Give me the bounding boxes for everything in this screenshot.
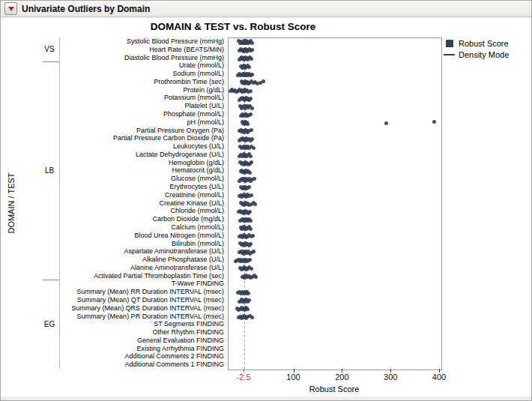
y-axis-row-label[interactable]: Activated Partial Thromboplastin Time (s…	[67, 272, 224, 280]
legend-item[interactable]: Density Mode	[444, 50, 509, 59]
data-point[interactable]	[250, 106, 254, 110]
y-axis-row-label[interactable]: Hematocrit (g/dL)	[67, 166, 224, 175]
y-axis-row-label[interactable]: General Evaluation FINDING	[67, 337, 224, 345]
y-axis-row-label[interactable]: Creatinine (mmol/L)	[67, 191, 224, 199]
y-axis-row-label[interactable]: Additional Comments 1 FINDING	[67, 361, 224, 369]
data-point[interactable]	[384, 121, 388, 125]
legend-label: Density Mode	[459, 50, 509, 59]
y-axis-row-label[interactable]: Prothrombin Time (sec)	[67, 78, 224, 86]
legend: Robust ScoreDensity Mode	[444, 39, 509, 59]
x-axis-tick-label[interactable]: -2.5	[229, 373, 259, 382]
plot-region: DOMAIN & TEST vs. Robust Score DOMAIN / …	[1, 18, 531, 397]
data-point[interactable]	[253, 202, 257, 206]
y-axis-row-label[interactable]: Additional Comments 2 FINDING	[67, 352, 224, 361]
y-axis-row-label[interactable]: Protein (g/dL)	[67, 86, 224, 94]
data-point[interactable]	[247, 298, 251, 302]
data-point[interactable]	[249, 242, 253, 246]
data-point[interactable]	[249, 227, 253, 231]
plot-frame[interactable]	[228, 37, 442, 370]
data-point[interactable]	[250, 41, 254, 45]
jmp-report-window: Univariate Outliers by Domain DOMAIN & T…	[0, 0, 532, 401]
y-axis-row-label[interactable]: pH (mmol/L)	[67, 118, 224, 127]
y-axis-row-label[interactable]: Alkaline Phosphatase (U/L)	[67, 256, 224, 264]
data-point[interactable]	[248, 258, 252, 262]
y-axis-row-label[interactable]: Bilirubin (mmol/L)	[67, 240, 224, 248]
data-point[interactable]	[252, 250, 256, 253]
x-axis-tick-label[interactable]: 300	[375, 373, 405, 382]
domain-divider-tick	[43, 280, 59, 280]
data-point[interactable]	[250, 267, 253, 271]
y-axis-row-label[interactable]: Calcium (mmol/L)	[67, 223, 224, 232]
y-axis-row-label[interactable]: Summary (Mean) RR Duration INTERVAL (mse…	[67, 288, 224, 296]
y-axis-row-label[interactable]: Platelet (U/L)	[67, 102, 224, 110]
data-point[interactable]	[247, 185, 251, 189]
robust-score-marker-icon	[444, 40, 455, 48]
data-point[interactable]	[246, 307, 250, 311]
data-point[interactable]	[252, 146, 256, 150]
y-axis-row-label[interactable]: Summary (Mean) QRS Duration INTERVAL (ms…	[67, 304, 224, 313]
y-axis-row-label[interactable]: Summary (Mean) PR Duration INTERVAL (mse…	[67, 313, 224, 321]
data-point[interactable]	[254, 275, 258, 279]
y-axis-row-label[interactable]: Alanine Aminotransferase (U/L)	[67, 264, 224, 272]
domain-group-label[interactable]: VS	[40, 45, 59, 53]
data-point[interactable]	[249, 112, 253, 116]
disclosure-button[interactable]	[4, 2, 17, 15]
y-axis-row-label[interactable]: Systolic Blood Pressure (mmHg)	[67, 37, 224, 46]
y-axis-row-label[interactable]: Partial Pressure Oxygen (Pa)	[67, 127, 224, 135]
data-point[interactable]	[250, 73, 254, 76]
y-axis-row-label[interactable]: Blood Urea Nitrogen (mmol/L)	[67, 232, 224, 240]
data-point[interactable]	[250, 160, 253, 164]
domain-divider-tick	[43, 61, 59, 62]
y-axis-row-label[interactable]: Aspartate Aminotransferase (U/L)	[67, 247, 224, 256]
y-axis-row-label[interactable]: ST Segments FINDING	[67, 320, 224, 328]
y-axis-row-label[interactable]: Leukocytes (U/L)	[67, 142, 224, 151]
data-point[interactable]	[249, 89, 253, 93]
data-point[interactable]	[432, 120, 436, 124]
data-point[interactable]	[250, 193, 253, 197]
y-axis-row-label[interactable]: Phosphate (mmol/L)	[67, 110, 224, 118]
data-point[interactable]	[262, 79, 265, 83]
y-axis-row-label[interactable]: Glucose (mmol/L)	[67, 175, 224, 183]
data-point[interactable]	[250, 128, 253, 132]
report-title: Univariate Outliers by Domain	[22, 4, 150, 14]
data-point[interactable]	[250, 137, 254, 141]
y-axis-row-label[interactable]: Chloride (mmol/L)	[67, 207, 224, 215]
y-axis-row-label[interactable]: Other Rhythm FINDING	[67, 328, 224, 337]
data-point[interactable]	[249, 219, 253, 223]
y-axis-row-label[interactable]: T-Wave FINDING	[67, 280, 224, 288]
x-axis-tick-label[interactable]: 200	[327, 373, 357, 382]
data-point[interactable]	[247, 65, 251, 69]
data-point[interactable]	[249, 154, 253, 158]
y-axis-row-label[interactable]: Erythrocytes (U/L)	[67, 183, 224, 191]
y-axis-row-label[interactable]: Diastolic Blood Pressure (mmHg)	[67, 54, 224, 62]
data-point[interactable]	[246, 122, 250, 126]
data-point[interactable]	[248, 171, 252, 175]
y-axis-row-label[interactable]: Existing Arrhythmia FINDING	[67, 345, 224, 353]
data-point[interactable]	[250, 57, 253, 61]
domain-group-label[interactable]: LB	[40, 166, 59, 175]
y-axis-row-label[interactable]: Hemoglobin (g/dL)	[67, 159, 224, 167]
y-axis-row-label[interactable]: Carbon Dioxide (mg/dL)	[67, 215, 224, 223]
legend-label: Robust Score	[459, 39, 509, 48]
x-axis-tick-label[interactable]: 400	[424, 373, 454, 382]
y-axis-row-label[interactable]: Lactate Dehydrogenase (U/L)	[67, 151, 224, 159]
domain-group-label[interactable]: EG	[40, 320, 59, 328]
y-axis-row-label[interactable]: Potassium (mmol/L)	[67, 94, 224, 102]
data-point[interactable]	[247, 292, 250, 295]
y-axis-row-label[interactable]: Sodium (mmol/L)	[67, 70, 224, 78]
y-axis-row-label[interactable]: Urate (mmol/L)	[67, 61, 224, 70]
y-axis-row-label[interactable]: Creatine Kinase (U/L)	[67, 199, 224, 208]
data-point[interactable]	[249, 97, 253, 100]
data-point[interactable]	[251, 234, 255, 238]
data-point[interactable]	[250, 316, 254, 319]
y-axis-row-label[interactable]: Summary (Mean) QT Duration INTERVAL (mse…	[67, 296, 224, 304]
legend-item[interactable]: Robust Score	[444, 39, 509, 48]
screen: { "window": { "title": "Univariate Outli…	[0, 0, 532, 401]
y-axis-row-label[interactable]: Heart Rate (BEATS/MIN)	[67, 46, 224, 54]
data-point[interactable]	[250, 48, 254, 52]
x-axis-tick-label[interactable]: 100	[279, 373, 309, 382]
y-axis-row-label[interactable]: Partial Pressure Carbon Dioxide (Pa)	[67, 134, 224, 142]
data-point[interactable]	[248, 210, 252, 214]
y-axis-title: DOMAIN / TEST	[7, 172, 16, 233]
data-point[interactable]	[253, 177, 256, 181]
